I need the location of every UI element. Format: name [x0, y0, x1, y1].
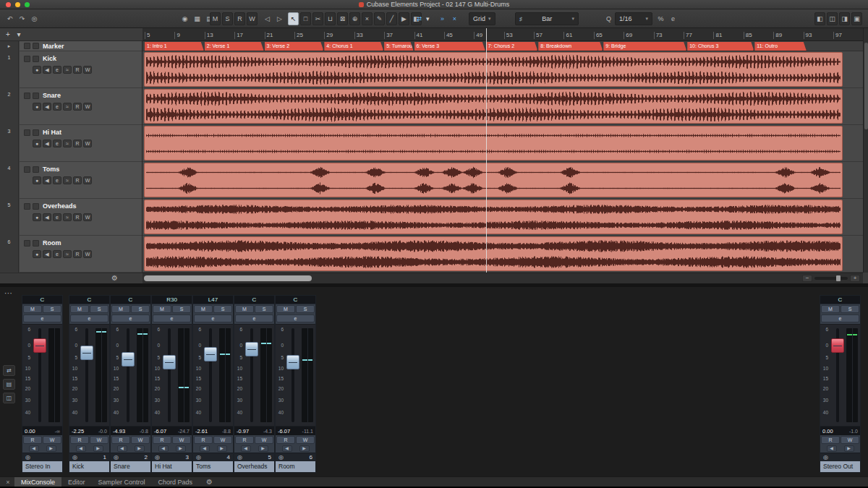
- edit-channel-button[interactable]: e: [70, 314, 109, 322]
- zoom-tool[interactable]: ⊕: [349, 12, 360, 25]
- mute-button[interactable]: M: [276, 305, 295, 313]
- pan-control[interactable]: L47: [193, 296, 233, 304]
- prev-icon[interactable]: ◀: [200, 445, 210, 452]
- channel-name[interactable]: Kick: [69, 461, 109, 472]
- horizontal-scrollbar[interactable]: − +: [142, 273, 863, 283]
- audio-event[interactable]: [144, 52, 843, 87]
- quantize-panel-icon[interactable]: e: [668, 12, 678, 25]
- marker-region[interactable]: 1: Intro 1: [145, 42, 204, 51]
- edit-channel-button[interactable]: e: [153, 314, 191, 322]
- split-tool[interactable]: ✂: [312, 12, 323, 25]
- global-state-button[interactable]: R: [234, 12, 245, 25]
- monitor-button[interactable]: ◀: [43, 103, 51, 111]
- autoscroll-menu-arrow[interactable]: ▾: [426, 12, 430, 25]
- timeline-ruler[interactable]: 5913172125293337414549535761656973778185…: [142, 28, 863, 41]
- write-automation-button[interactable]: W: [255, 436, 273, 444]
- audio-event[interactable]: [144, 163, 843, 197]
- record-arm-button[interactable]: ●: [33, 176, 41, 184]
- marker-region[interactable]: 10: Chorus 3: [687, 42, 754, 51]
- fader-cap[interactable]: [204, 347, 217, 361]
- redo-icon[interactable]: ↷: [17, 12, 27, 25]
- global-state-button[interactable]: S: [222, 12, 233, 25]
- object-selection-tool[interactable]: ↖: [288, 12, 299, 25]
- freeze-button[interactable]: ≈: [63, 176, 72, 184]
- marker-region[interactable]: 5: Turnaround: [384, 42, 413, 51]
- vertical-scrollbar[interactable]: [863, 28, 868, 273]
- fader-cap[interactable]: [286, 355, 299, 369]
- pan-control[interactable]: C: [69, 296, 109, 304]
- solo-button[interactable]: S: [172, 305, 191, 313]
- window-layout-icon[interactable]: ▣: [851, 12, 862, 25]
- snap-toggle-icon[interactable]: »: [437, 12, 448, 25]
- minimize-window-button[interactable]: [15, 2, 20, 7]
- fader-cap[interactable]: [80, 346, 93, 360]
- edit-channel-button[interactable]: e: [53, 176, 61, 184]
- write-automation-button[interactable]: W: [83, 176, 92, 184]
- prev-icon[interactable]: ◀: [117, 445, 127, 452]
- lower-zone-settings-icon[interactable]: ⚙: [206, 478, 213, 486]
- prev-icon[interactable]: ◀: [241, 445, 251, 452]
- left-zone-icon[interactable]: ◧: [814, 12, 825, 25]
- marker-lock-button[interactable]: [33, 43, 39, 49]
- audio-event[interactable]: [144, 89, 843, 124]
- audio-event[interactable]: [144, 126, 843, 160]
- write-automation-button[interactable]: W: [83, 250, 92, 258]
- mute-button[interactable]: M: [23, 305, 42, 313]
- horizontal-scroll-thumb[interactable]: [144, 275, 312, 281]
- next-icon[interactable]: ▶: [93, 445, 103, 452]
- solo-button[interactable]: [33, 203, 39, 210]
- edit-channel-button[interactable]: e: [23, 314, 61, 322]
- solo-button[interactable]: [33, 56, 39, 62]
- compare-icon[interactable]: ◎: [29, 12, 40, 25]
- read-automation-button[interactable]: R: [821, 436, 840, 444]
- mute-button[interactable]: M: [821, 305, 840, 313]
- track-row[interactable]: Snare ●◀e≈RW: [20, 88, 142, 125]
- monitor-button[interactable]: ◀: [43, 66, 51, 74]
- close-lower-zone-icon[interactable]: ×: [3, 479, 13, 486]
- solo-button[interactable]: [33, 93, 39, 99]
- glue-tool[interactable]: ⊔: [325, 12, 336, 25]
- marker-region[interactable]: 9: Bridge: [603, 42, 686, 51]
- volume-fader[interactable]: [285, 325, 301, 426]
- marker-region[interactable]: 6: Verse 3: [414, 42, 485, 51]
- mute-button[interactable]: M: [153, 305, 171, 313]
- freeze-button[interactable]: ≈: [63, 66, 72, 74]
- record-arm-button[interactable]: ●: [33, 103, 41, 111]
- fader-cap[interactable]: [122, 352, 135, 367]
- fader-cap[interactable]: [245, 342, 258, 356]
- volume-fader[interactable]: [244, 325, 260, 426]
- range-selection-tool[interactable]: □: [300, 12, 311, 25]
- solo-button[interactable]: S: [90, 305, 109, 313]
- mute-button[interactable]: M: [70, 305, 89, 313]
- volume-fader[interactable]: [32, 325, 48, 426]
- record-arm-button[interactable]: ●: [33, 213, 41, 221]
- edit-channel-button[interactable]: e: [53, 140, 61, 147]
- write-automation-button[interactable]: W: [213, 436, 232, 444]
- volume-fader[interactable]: [203, 325, 218, 426]
- read-automation-button[interactable]: R: [73, 176, 82, 184]
- solo-button[interactable]: S: [213, 305, 232, 313]
- iterative-quantize-icon[interactable]: %: [655, 12, 666, 25]
- pan-control[interactable]: C: [111, 296, 150, 304]
- track-row[interactable]: Overheads ●◀e≈RW: [20, 199, 142, 236]
- tab-mixconsole[interactable]: MixConsole: [14, 477, 61, 487]
- freeze-button[interactable]: ≈: [63, 250, 72, 258]
- pan-control[interactable]: C: [234, 296, 274, 304]
- write-automation-button[interactable]: W: [83, 103, 92, 111]
- global-state-button[interactable]: M: [210, 12, 221, 25]
- mute-button[interactable]: M: [194, 305, 213, 313]
- mute-button[interactable]: [24, 93, 30, 99]
- mute-button[interactable]: M: [111, 305, 130, 313]
- pan-control[interactable]: C: [276, 296, 315, 304]
- edit-channel-button[interactable]: e: [821, 314, 859, 322]
- solo-button[interactable]: S: [255, 305, 273, 313]
- add-track-button[interactable]: +: [4, 30, 12, 38]
- vertical-scroll-thumb[interactable]: [864, 43, 868, 129]
- read-automation-button[interactable]: R: [276, 436, 295, 444]
- track-row[interactable]: Hi Hat ●◀e≈RW: [20, 125, 142, 162]
- freeze-button[interactable]: ≈: [63, 213, 72, 221]
- tab-chord-pads[interactable]: Chord Pads: [152, 477, 200, 487]
- mute-button[interactable]: M: [235, 305, 254, 313]
- channel-name[interactable]: Stereo In: [22, 461, 62, 472]
- lower-zone-icon[interactable]: ◫: [827, 12, 838, 25]
